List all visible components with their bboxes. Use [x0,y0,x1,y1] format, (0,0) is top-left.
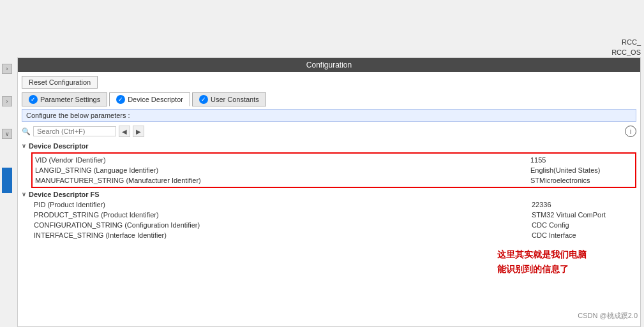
tree-section-device-descriptor: ∨ Device Descriptor VID (Vendor IDentifi… [22,141,636,188]
config-header: Configuration [18,58,640,72]
sidebar-arrow-up[interactable]: › [2,64,12,74]
right-item-2: RCC_OS [593,48,641,56]
product-string-value: STM32 Virtual ComPort [532,211,634,219]
info-button[interactable]: i [625,126,636,137]
device-descriptor-label: Device Descriptor [29,142,89,150]
tab-device-descriptor[interactable]: ✓ Device Descriptor [109,92,190,106]
tab-check-device: ✓ [116,95,125,104]
device-descriptor-header[interactable]: ∨ Device Descriptor [22,141,636,151]
sidebar-arrow-down[interactable]: ∨ [2,129,12,139]
vid-value: 1155 [530,156,633,164]
tree-container: ∨ Device Descriptor VID (Vendor IDentifi… [22,141,636,323]
chevron-down-icon-fs: ∨ [22,191,26,198]
langid-value: English(United States) [530,166,633,174]
tab-user-constants[interactable]: ✓ User Constants [192,92,266,106]
config-panel: Configuration Reset Configuration ✓ Para… [17,57,641,327]
table-row: PID (Product Identifier) 22336 [31,200,636,210]
next-search-button[interactable]: ▶ [133,126,144,137]
tab-check-parameter: ✓ [29,95,38,104]
device-descriptor-fs-items: PID (Product Identifier) 22336 PRODUCT_S… [31,200,636,240]
table-row: MANUFACTURER_STRING (Manufacturer Identi… [33,175,635,185]
search-bar: 🔍 ◀ ▶ i [22,124,636,138]
tab-label-parameter: Parameter Settings [40,96,100,103]
device-descriptor-fs-header[interactable]: ∨ Device Descriptor FS [22,189,636,200]
manufacturer-value: STMicroelectronics [530,177,633,184]
annotation-line2: 能识别到的信息了 [497,262,587,276]
tree-section-device-descriptor-fs: ∨ Device Descriptor FS PID (Product Iden… [22,189,636,240]
sidebar-blue-indicator [2,168,12,193]
table-row: VID (Vendor IDentifier) 1155 [33,155,635,165]
sidebar-left: › › ∨ [0,0,14,327]
config-title: Configuration [306,61,352,69]
configure-text: Configure the below parameters : [22,109,636,122]
tab-label-user: User Constants [211,96,259,103]
tab-check-user: ✓ [199,95,208,104]
prev-search-button[interactable]: ◀ [119,126,130,137]
tabs-row: ✓ Parameter Settings ✓ Device Descriptor… [22,92,636,106]
right-item-1: RCC_ [593,38,641,46]
table-row: CONFIGURATION_STRING (Configuration Iden… [31,220,636,230]
interface-string-label: INTERFACE_STRING (Interface Identifier) [34,231,532,239]
config-string-value: CDC Config [532,221,634,229]
interface-string-value: CDC Interface [532,231,634,239]
table-row: PRODUCT_STRING (Product Identifier) STM3… [31,210,636,220]
chevron-down-icon: ∨ [22,143,26,149]
tab-label-device: Device Descriptor [128,96,183,103]
search-icon: 🔍 [22,127,31,136]
tab-parameter-settings[interactable]: ✓ Parameter Settings [22,92,107,106]
sidebar-arrow-mid[interactable]: › [2,96,12,106]
table-row: LANGID_STRING (Language Identifier) Engl… [33,165,635,175]
table-row: INTERFACE_STRING (Interface Identifier) … [31,230,636,240]
config-string-label: CONFIGURATION_STRING (Configuration Iden… [34,221,532,229]
content-area: Configuration Reset Configuration ✓ Para… [17,0,641,327]
vid-label: VID (Vendor IDentifier) [35,156,530,164]
config-body: Reset Configuration ✓ Parameter Settings… [18,72,640,326]
device-descriptor-fs-label: Device Descriptor FS [29,191,100,198]
top-space [17,0,641,57]
pid-label: PID (Product Identifier) [34,201,532,208]
search-input[interactable] [33,126,116,136]
langid-label: LANGID_STRING (Language Identifier) [35,166,530,174]
right-panel: RCC_ RCC_OS [593,38,644,56]
annotation-line1: 这里其实就是我们电脑 [497,247,587,261]
pid-value: 22336 [532,201,634,208]
device-descriptor-items: VID (Vendor IDentifier) 1155 LANGID_STRI… [31,152,636,188]
red-border-section: VID (Vendor IDentifier) 1155 LANGID_STRI… [31,152,636,188]
reset-config-button[interactable]: Reset Configuration [22,76,98,89]
product-string-label: PRODUCT_STRING (Product Identifier) [34,211,532,219]
annotation: 这里其实就是我们电脑 能识别到的信息了 [497,247,587,276]
manufacturer-label: MANUFACTURER_STRING (Manufacturer Identi… [35,177,530,184]
watermark: CSDN @桃成蹊2.0 [578,311,638,321]
